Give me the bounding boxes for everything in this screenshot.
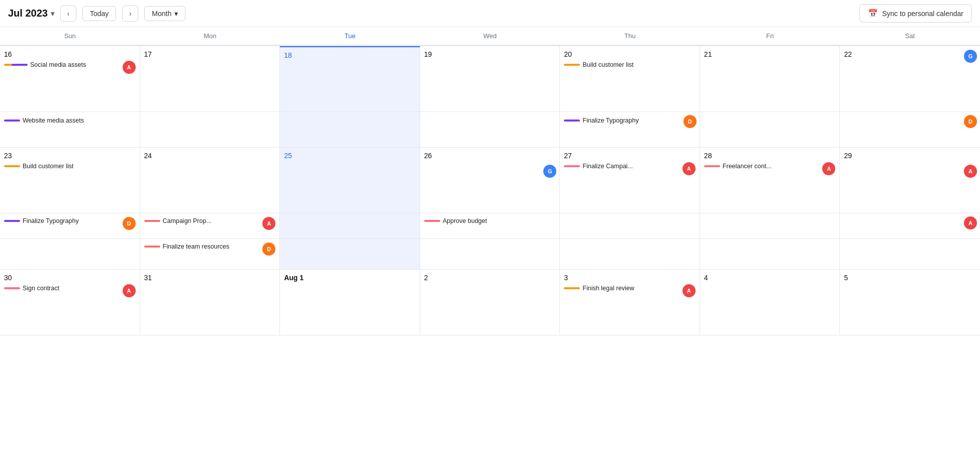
day-cell-23c[interactable] [0, 239, 140, 269]
today-button[interactable]: Today [82, 6, 116, 21]
avatar: A [123, 284, 136, 297]
event-label: Social media assets [30, 61, 86, 68]
day-cell-26[interactable]: 26 G [420, 148, 560, 213]
list-item[interactable]: Sign contract A [4, 285, 136, 292]
sync-label: Sync to personal calendar [882, 10, 963, 18]
day-cell-18b[interactable] [280, 112, 420, 147]
list-item[interactable]: Finalize Campai... A [564, 163, 696, 170]
list-item[interactable]: Finish legal review A [564, 285, 696, 292]
list-item[interactable]: Freelancer cont... A [704, 163, 836, 170]
list-item[interactable]: Build customer list [564, 61, 696, 68]
day-cell-19b[interactable] [420, 112, 560, 147]
day-number: 31 [144, 274, 276, 282]
avatar: A [964, 165, 977, 178]
calendar-grid: 16 Social media assets A 17 18 19 20 Bui… [0, 46, 980, 335]
week-row: Finalize team resources D [0, 239, 980, 270]
day-cell-28[interactable]: 28 Freelancer cont... A [700, 148, 840, 213]
day-cell-19[interactable]: 19 [420, 46, 560, 111]
event-bar-red [144, 246, 160, 248]
next-nav-button[interactable]: › [122, 6, 138, 22]
day-number: 27 [564, 152, 696, 160]
day-number: 24 [144, 152, 276, 160]
day-cell-27b[interactable] [560, 213, 700, 239]
day-cell-17b[interactable] [140, 112, 280, 147]
list-item[interactable]: Finalize Typography D [4, 217, 136, 224]
avatar: A [123, 61, 136, 74]
event-label: Finalize Typography [582, 117, 639, 124]
avatar: G [964, 50, 977, 63]
day-cell-22b[interactable]: D [840, 112, 980, 147]
day-cell-29c[interactable] [840, 239, 980, 269]
day-number: 5 [844, 274, 976, 282]
day-cell-25c[interactable] [280, 239, 420, 269]
list-item[interactable]: Build customer list [4, 163, 136, 170]
day-cell-23b[interactable]: Finalize Typography D [0, 213, 140, 239]
avatar: D [683, 115, 697, 128]
list-item[interactable]: Social media assets A [4, 61, 136, 68]
day-cell-18[interactable]: 18 [280, 46, 420, 111]
day-cell-29b[interactable]: A [840, 213, 980, 239]
day-cell-26b[interactable]: Approve budget [420, 213, 560, 239]
day-cell-24b[interactable]: Campaign Prop... A [140, 213, 280, 239]
day-cell-aug4[interactable]: 4 [700, 270, 840, 335]
day-header-sat: Sat [840, 27, 980, 45]
avatar: A [682, 284, 696, 297]
day-number: 17 [144, 50, 276, 58]
day-header-sun: Sun [0, 27, 140, 45]
day-cell-24[interactable]: 24 [140, 148, 280, 213]
avatar: D [123, 217, 136, 230]
day-cell-23[interactable]: 23 Build customer list [0, 148, 140, 213]
day-cell-aug1[interactable]: Aug 1 [280, 270, 420, 335]
sync-to-calendar-button[interactable]: 📅 Sync to personal calendar [859, 4, 972, 23]
day-cell-25b[interactable] [280, 213, 420, 239]
day-cell-25[interactable]: 25 [280, 148, 420, 213]
avatar: D [262, 243, 275, 256]
day-cell-26c[interactable] [420, 239, 560, 269]
day-cell-17[interactable]: 17 [140, 46, 280, 111]
day-cell-aug3[interactable]: 3 Finish legal review A [560, 270, 700, 335]
day-number: 25 [284, 152, 416, 160]
event-bar-purple [12, 64, 28, 66]
view-selector-button[interactable]: Month ▾ [144, 6, 185, 21]
day-cell-aug2[interactable]: 2 [420, 270, 560, 335]
day-number: 3 [564, 274, 696, 282]
day-cell-20b[interactable]: Finalize Typography D [560, 112, 700, 147]
day-number: 28 [704, 152, 836, 160]
event-label: Campaign Prop... [163, 217, 212, 224]
day-cell-21b[interactable] [700, 112, 840, 147]
list-item[interactable]: Campaign Prop... A [144, 217, 276, 224]
day-cell-27c[interactable] [560, 239, 700, 269]
day-number: 16 [4, 50, 136, 58]
day-cell-20[interactable]: 20 Build customer list [560, 46, 700, 111]
list-item[interactable]: Finalize Typography [564, 117, 696, 124]
day-number: 21 [704, 50, 836, 58]
event-label: Build customer list [582, 61, 633, 68]
day-cell-27[interactable]: 27 Finalize Campai... A [560, 148, 700, 213]
day-cell-28b[interactable] [700, 213, 840, 239]
day-cell-16[interactable]: 16 Social media assets A [0, 46, 140, 111]
day-cell-28c[interactable] [700, 239, 840, 269]
day-cell-22[interactable]: 22 G [840, 46, 980, 111]
event-bar-purple [4, 120, 20, 122]
prev-nav-button[interactable]: ‹ [60, 6, 76, 22]
day-cell-29[interactable]: 29 A [840, 148, 980, 213]
list-item[interactable]: Approve budget [424, 217, 556, 224]
month-title[interactable]: Jul 2023 ▾ [8, 8, 54, 19]
day-cell-16b[interactable]: Website media assets [0, 112, 140, 147]
event-bar-red [144, 220, 160, 222]
day-cell-30[interactable]: 30 Sign contract A [0, 270, 140, 335]
day-cell-21[interactable]: 21 [700, 46, 840, 111]
event-label: Approve budget [443, 217, 487, 224]
day-number: 19 [424, 50, 556, 58]
day-cell-24c[interactable]: Finalize team resources D [140, 239, 280, 269]
day-cell-aug5[interactable]: 5 [840, 270, 980, 335]
list-item[interactable]: Finalize team resources D [144, 243, 276, 250]
event-bar-purple [4, 220, 20, 222]
day-cell-31[interactable]: 31 [140, 270, 280, 335]
avatar: A [682, 162, 696, 175]
event-label: Sign contract [23, 285, 59, 292]
list-item[interactable]: Website media assets [4, 117, 136, 124]
day-number: 29 [844, 152, 976, 160]
week-row: 30 Sign contract A 31 Aug 1 2 3 Finish l… [0, 270, 980, 335]
day-number: 4 [704, 274, 836, 282]
